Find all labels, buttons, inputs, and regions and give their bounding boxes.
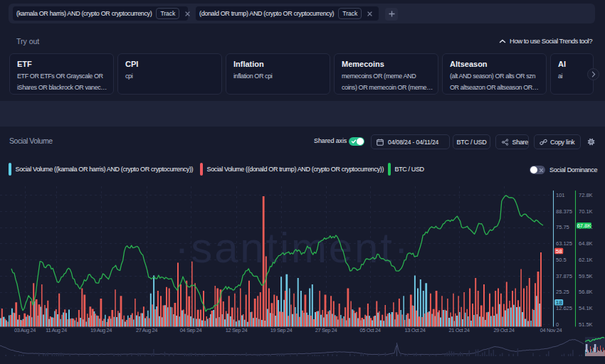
svg-text:11 Aug 24: 11 Aug 24 <box>46 327 67 333</box>
svg-text:50.5: 50.5 <box>556 257 567 263</box>
svg-text:21 Oct 24: 21 Oct 24 <box>449 327 470 333</box>
svg-text:03 Aug 24: 03 Aug 24 <box>14 327 36 333</box>
svg-text:04 Nov 24: 04 Nov 24 <box>540 327 562 333</box>
svg-text:59.5K: 59.5K <box>579 273 593 279</box>
svg-text:63.125: 63.125 <box>556 240 572 247</box>
svg-text:62.1K: 62.1K <box>579 257 593 263</box>
svg-text:51.5K: 51.5K <box>579 321 593 328</box>
svg-text:64.8K: 64.8K <box>579 240 593 247</box>
svg-text:13 Oct 24: 13 Oct 24 <box>405 327 426 333</box>
svg-text:·santiment·: ·santiment· <box>175 224 411 272</box>
svg-text:19 Sep 24: 19 Sep 24 <box>270 327 293 333</box>
svg-text:54.1K: 54.1K <box>579 305 593 311</box>
svg-text:101: 101 <box>556 192 565 198</box>
svg-text:75.75: 75.75 <box>556 224 569 230</box>
svg-text:04 Sep 24: 04 Sep 24 <box>180 327 202 333</box>
svg-text:56.8K: 56.8K <box>579 289 593 295</box>
svg-text:29 Oct 24: 29 Oct 24 <box>494 327 515 333</box>
svg-text:12.625: 12.625 <box>556 305 572 311</box>
svg-text:05 Oct 24: 05 Oct 24 <box>360 327 381 333</box>
svg-text:27 Sep 24: 27 Sep 24 <box>315 327 337 333</box>
svg-text:19 Aug 24: 19 Aug 24 <box>90 327 112 333</box>
svg-text:12 Sep 24: 12 Sep 24 <box>226 327 248 333</box>
svg-text:37.875: 37.875 <box>556 273 572 279</box>
svg-text:25.25: 25.25 <box>556 289 569 295</box>
svg-text:67.8K: 67.8K <box>577 223 591 229</box>
svg-text:72.8K: 72.8K <box>579 192 593 198</box>
svg-text:18: 18 <box>556 299 562 306</box>
svg-text:70.1K: 70.1K <box>579 208 593 215</box>
svg-text:27 Aug 24: 27 Aug 24 <box>136 327 157 333</box>
svg-text:88.375: 88.375 <box>556 208 572 215</box>
svg-text:58: 58 <box>556 248 562 255</box>
